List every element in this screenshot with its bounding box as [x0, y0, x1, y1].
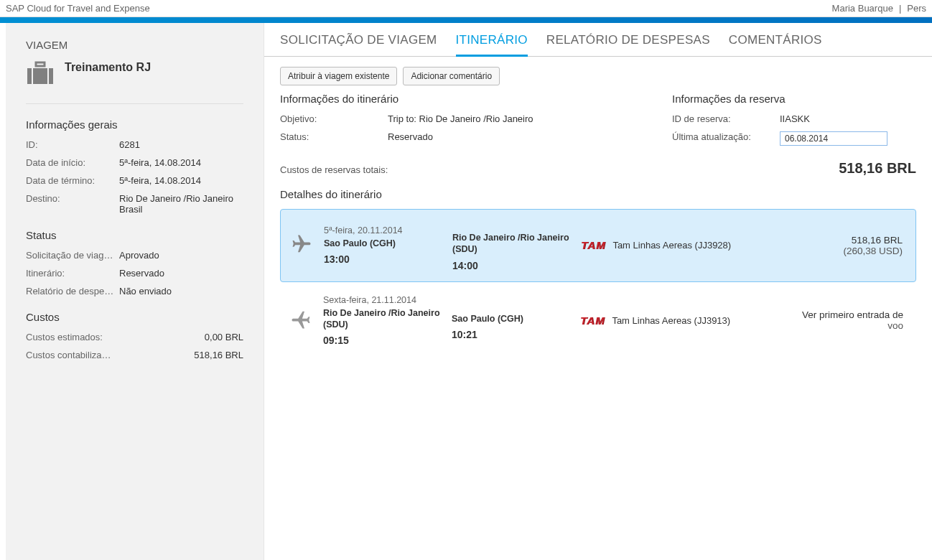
- segment-note: Ver primeiro entrada de: [774, 309, 903, 320]
- kv-row: Solicitação de viag…Aprovado: [26, 250, 243, 261]
- accent-bar: [0, 17, 932, 23]
- arrival-time: 14:00: [452, 260, 571, 271]
- svg-rect-1: [33, 68, 47, 84]
- general-info-list: ID:6281 Data de início:5ª-feira, 14.08.2…: [26, 139, 243, 215]
- sidebar: VIAGEM Treinamento RJ Informações gerais…: [6, 23, 264, 560]
- tab-travel-request[interactable]: SOLICITAÇÃO DE VIAGEM: [280, 33, 437, 56]
- svg-rect-0: [27, 68, 32, 84]
- main-content: SOLICITAÇÃO DE VIAGEM ITINERÁRIO RELATÓR…: [264, 23, 932, 560]
- kv-row: Custos estimados:0,00 BRL: [26, 332, 243, 342]
- kv-row: ID:6281: [26, 139, 243, 150]
- toolbar: Atribuir à viagem existente Adicionar co…: [264, 57, 932, 93]
- arrival-location: Rio De Janeiro /Rio Janeiro (SDU): [452, 232, 571, 256]
- flight-segment[interactable]: Sexta-feira, 21.11.2014 Rio De Janeiro /…: [280, 285, 916, 357]
- status-list: Solicitação de viag…Aprovado Itinerário:…: [26, 250, 243, 297]
- personalize-menu[interactable]: Pers: [907, 3, 926, 14]
- assign-trip-button[interactable]: Atribuir à viagem existente: [280, 67, 397, 85]
- costs-title: Custos: [26, 311, 243, 323]
- kv-row: Data de início:5ª-feira, 14.08.2014: [26, 157, 243, 168]
- svg-rect-2: [49, 68, 53, 84]
- topbar: SAP Cloud for Travel and Expense Maria B…: [0, 0, 932, 17]
- itinerary-info-title: Informações do itinerário: [280, 93, 643, 105]
- field-row: Objetivo:Trip to: Rio De Janeiro /Rio Ja…: [280, 113, 643, 124]
- field-row: Última atualização: 06.08.2014: [672, 131, 916, 146]
- arrival-location: Sao Paulo (CGH): [452, 313, 570, 325]
- suitcase-icon: [26, 61, 55, 88]
- kv-row: Itinerário:Reservado: [26, 268, 243, 279]
- kv-row: Data de término:5ª-feira, 14.08.2014: [26, 175, 243, 186]
- airplane-icon: [289, 233, 314, 257]
- tab-comments[interactable]: COMENTÁRIOS: [729, 33, 822, 56]
- itinerary-details-title: Detalhes do itinerário: [280, 188, 916, 200]
- general-info-title: Informações gerais: [26, 118, 243, 131]
- departure-time: 09:15: [323, 335, 442, 346]
- kv-row: Custos contabiliza…518,16 BRL: [26, 350, 243, 360]
- sidebar-heading: VIAGEM: [26, 39, 243, 51]
- kv-row: Relatório de despe…Não enviado: [26, 286, 243, 297]
- flight-segment[interactable]: 5ª-feira, 20.11.2014 Sao Paulo (CGH) 13:…: [280, 209, 916, 282]
- reservation-info-title: Informações da reserva: [672, 93, 916, 105]
- total-cost-value: 518,16 BRL: [839, 160, 916, 177]
- kv-row: Destino:Rio De Janeiro /Rio Janeiro Bras…: [26, 193, 243, 215]
- last-update-field[interactable]: 06.08.2014: [780, 131, 887, 146]
- field-row: Status:Reservado: [280, 131, 643, 142]
- departure-location: Rio De Janeiro /Rio Janeiro (SDU): [323, 307, 442, 331]
- airplane-icon: [289, 309, 313, 332]
- user-name[interactable]: Maria Buarque: [832, 3, 893, 14]
- airline-name: Tam Linhas Aereas (JJ3913): [612, 315, 730, 326]
- status-title: Status: [26, 229, 243, 241]
- topbar-divider: |: [899, 3, 901, 14]
- segment-price-alt: (260,38 USD): [773, 246, 903, 256]
- segment-date: 5ª-feira, 20.11.2014: [324, 225, 442, 235]
- arrival-time: 10:21: [452, 329, 570, 340]
- app-title: SAP Cloud for Travel and Expense: [6, 3, 150, 14]
- airline-logo: TAM: [581, 239, 605, 251]
- departure-location: Sao Paulo (CGH): [324, 238, 442, 249]
- tab-expense-report[interactable]: RELATÓRIO DE DESPESAS: [546, 33, 710, 56]
- segment-note-2: voo: [774, 320, 903, 331]
- airline-logo: TAM: [580, 314, 605, 327]
- costs-list: Custos estimados:0,00 BRL Custos contabi…: [26, 332, 243, 360]
- trip-name: Treinamento RJ: [65, 61, 151, 74]
- svg-rect-3: [36, 62, 45, 66]
- add-comment-button[interactable]: Adicionar comentário: [403, 67, 500, 85]
- field-row: ID de reserva:IIASKK: [672, 113, 916, 124]
- airline-name: Tam Linhas Aereas (JJ3928): [612, 240, 731, 251]
- tabs: SOLICITAÇÃO DE VIAGEM ITINERÁRIO RELATÓR…: [264, 23, 932, 57]
- departure-time: 13:00: [324, 253, 442, 265]
- total-cost-label: Custos de reservas totais:: [280, 164, 388, 175]
- tab-itinerary[interactable]: ITINERÁRIO: [456, 33, 528, 57]
- segment-date: Sexta-feira, 21.11.2014: [323, 295, 442, 305]
- segment-price: 518,16 BRL: [773, 235, 903, 246]
